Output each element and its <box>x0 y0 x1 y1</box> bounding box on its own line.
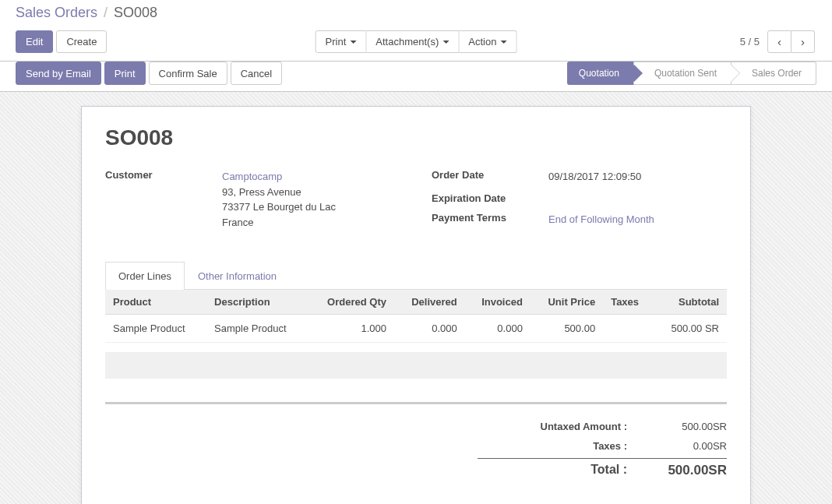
table-header-cell: Subtotal <box>654 290 727 315</box>
tabs: Order LinesOther Information <box>105 261 727 290</box>
table-header-cell: Unit Price <box>531 290 603 315</box>
create-button[interactable]: Create <box>56 30 107 53</box>
total-value: 500.00SR <box>633 463 727 478</box>
record-title: SO008 <box>105 125 727 150</box>
order-date-label: Order Date <box>432 169 548 185</box>
form-sheet: SO008 Customer Camptocamp 93, Press Aven… <box>81 106 751 504</box>
caret-down-icon <box>442 41 449 44</box>
confirm-sale-button[interactable]: Confirm Sale <box>149 62 227 85</box>
untaxed-label: Untaxed Amount : <box>478 421 633 432</box>
send-by-email-button[interactable]: Send by Email <box>16 62 101 85</box>
table-cell: 0.000 <box>465 315 531 343</box>
breadcrumb-separator: / <box>104 5 108 20</box>
totals: Untaxed Amount : 500.00SR Taxes : 0.00SR… <box>478 417 727 482</box>
chevron-left-icon: ‹ <box>777 36 781 48</box>
payment-terms-value: End of Following Month <box>548 212 727 227</box>
action-bar: Send by Email Print Confirm Sale Cancel … <box>0 62 832 92</box>
field-grid: Customer Camptocamp 93, Press Avenue 733… <box>105 169 727 238</box>
order-lines-table: ProductDescriptionOrdered QtyDeliveredIn… <box>105 290 727 343</box>
table-row[interactable]: Sample ProductSample Product1.0000.0000.… <box>105 315 727 343</box>
table-header-cell: Invoiced <box>465 290 531 315</box>
table-cell: Sample Product <box>105 315 206 343</box>
table-header-cell: Taxes <box>603 290 654 315</box>
customer-value: Camptocamp 93, Press Avenue 73377 Le Bou… <box>222 169 400 230</box>
print-dropdown[interactable]: Print <box>316 30 367 53</box>
attachments-dropdown-label: Attachment(s) <box>375 36 439 48</box>
edit-button[interactable]: Edit <box>16 30 53 53</box>
customer-label: Customer <box>105 169 222 230</box>
attachments-dropdown[interactable]: Attachment(s) <box>366 30 459 53</box>
table-header-cell: Delivered <box>394 290 465 315</box>
pager: 5 / 5 ‹ › <box>740 30 816 53</box>
tab[interactable]: Other Information <box>185 262 290 290</box>
caret-down-icon <box>500 41 506 44</box>
chevron-right-icon: › <box>801 36 805 48</box>
customer-city-line: 73377 Le Bourget du Lac <box>222 201 336 213</box>
table-header-cell: Ordered Qty <box>308 290 394 315</box>
table-footer-spacer <box>105 352 727 379</box>
customer-street: 93, Press Avenue <box>222 186 301 198</box>
taxes-value: 0.00SR <box>633 440 727 452</box>
cancel-button[interactable]: Cancel <box>231 62 282 85</box>
action-dropdown-label: Action <box>468 36 496 48</box>
toolbar-center: Print Attachment(s) Action <box>314 30 519 53</box>
caret-down-icon <box>350 41 356 44</box>
table-cell <box>603 315 654 343</box>
payment-terms-label: Payment Terms <box>432 212 548 227</box>
table-header-cell: Description <box>206 290 308 315</box>
table-cell: 500.00 SR <box>654 315 727 343</box>
expiration-date-label: Expiration Date <box>432 192 548 204</box>
topbar: Sales Orders / SO008 Edit Create Print A… <box>0 0 832 62</box>
print-button[interactable]: Print <box>104 62 146 85</box>
pager-prev-button[interactable]: ‹ <box>767 30 791 53</box>
expiration-date-value <box>548 192 727 204</box>
breadcrumb-root-link[interactable]: Sales Orders <box>16 5 97 20</box>
order-date-value: 09/18/2017 12:09:50 <box>548 169 727 185</box>
breadcrumb-current: SO008 <box>114 5 157 20</box>
table-header-cell: Product <box>105 290 206 315</box>
table-header-row: ProductDescriptionOrdered QtyDeliveredIn… <box>105 290 727 315</box>
print-dropdown-label: Print <box>326 36 347 48</box>
status-step[interactable]: Quotation <box>567 62 634 85</box>
customer-link[interactable]: Camptocamp <box>222 171 282 182</box>
table-cell: 0.000 <box>394 315 465 343</box>
table-cell: 500.00 <box>531 315 603 343</box>
customer-country: France <box>222 217 253 228</box>
sheet-wrap: SO008 Customer Camptocamp 93, Press Aven… <box>0 92 832 504</box>
untaxed-value: 500.00SR <box>633 421 727 432</box>
breadcrumb: Sales Orders / SO008 <box>16 5 816 30</box>
taxes-label: Taxes : <box>478 440 633 452</box>
status-step[interactable]: Quotation Sent <box>634 62 732 85</box>
table-cell: Sample Product <box>206 315 308 343</box>
table-cell: 1.000 <box>308 315 394 343</box>
action-dropdown[interactable]: Action <box>459 30 516 53</box>
status-step[interactable]: Sales Order <box>732 62 816 85</box>
payment-terms-link[interactable]: End of Following Month <box>548 213 654 225</box>
status-steps: QuotationQuotation SentSales Order <box>567 62 816 85</box>
totals-divider <box>105 402 727 404</box>
toolbar: Edit Create Print Attachment(s) Action 5… <box>16 30 816 61</box>
pager-text: 5 / 5 <box>740 36 760 48</box>
pager-next-button[interactable]: › <box>791 30 815 53</box>
total-label: Total : <box>478 463 633 478</box>
tab[interactable]: Order Lines <box>105 262 185 290</box>
